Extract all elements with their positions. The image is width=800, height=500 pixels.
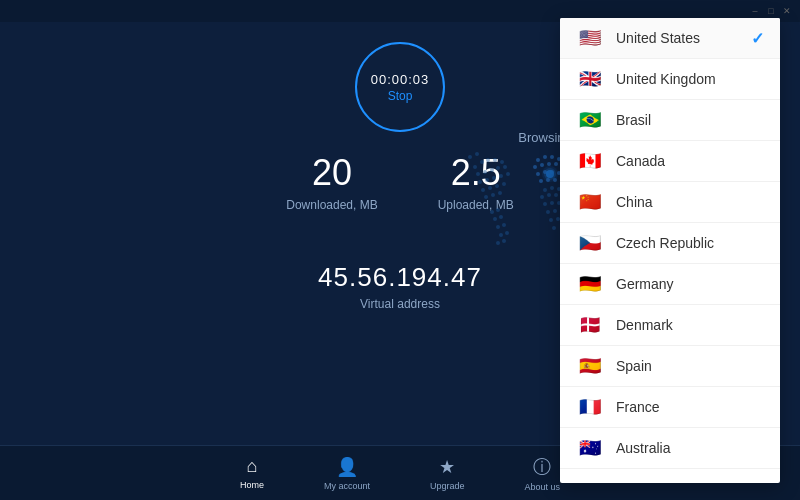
svg-point-51: [550, 186, 554, 190]
svg-point-35: [543, 155, 547, 159]
svg-point-27: [499, 215, 503, 219]
country-name-cn: China: [616, 194, 764, 210]
flag-cn: 🇨🇳: [576, 192, 604, 212]
svg-point-53: [540, 195, 544, 199]
svg-point-28: [496, 225, 500, 229]
svg-point-36: [550, 155, 554, 159]
country-item-gb[interactable]: 🇬🇧United Kingdom: [560, 59, 780, 100]
nav-account[interactable]: 👤 My account: [324, 456, 370, 491]
nav-upgrade[interactable]: ★ Upgrade: [430, 456, 465, 491]
svg-point-13: [499, 174, 503, 178]
svg-point-12: [492, 176, 496, 180]
stop-label: Stop: [388, 89, 413, 103]
svg-point-32: [496, 241, 500, 245]
svg-point-29: [502, 223, 506, 227]
country-item-dk[interactable]: 🇩🇰Denmark: [560, 305, 780, 346]
flag-fr: 🇫🇷: [576, 397, 604, 417]
svg-point-20: [491, 193, 495, 197]
country-name-ca: Canada: [616, 153, 764, 169]
minimize-button[interactable]: –: [750, 6, 760, 16]
download-value: 20: [312, 152, 352, 194]
svg-point-9: [503, 165, 507, 169]
svg-point-26: [493, 217, 497, 221]
nav-home-label: Home: [240, 480, 264, 490]
svg-point-23: [475, 152, 479, 156]
nav-about[interactable]: ⓘ About us: [525, 455, 561, 492]
flag-ca: 🇨🇦: [576, 151, 604, 171]
svg-point-117: [542, 166, 558, 182]
country-name-dk: Denmark: [616, 317, 764, 333]
svg-point-57: [543, 202, 547, 206]
flag-au: 🇦🇺: [576, 438, 604, 458]
country-name-us: United States: [616, 30, 739, 46]
timer-container: 00:00:03 Stop: [355, 42, 445, 132]
country-name-es: Spain: [616, 358, 764, 374]
country-name-br: Brasil: [616, 112, 764, 128]
svg-point-6: [483, 170, 487, 174]
upgrade-icon: ★: [439, 456, 455, 478]
country-name-de: Germany: [616, 276, 764, 292]
svg-point-33: [502, 239, 506, 243]
flag-cz: 🇨🇿: [576, 233, 604, 253]
country-item-br[interactable]: 🇧🇷Brasil: [560, 100, 780, 141]
svg-point-34: [536, 158, 540, 162]
svg-point-11: [485, 178, 489, 182]
svg-point-5: [476, 172, 480, 176]
svg-point-1: [480, 160, 484, 164]
svg-point-61: [553, 209, 557, 213]
svg-point-19: [484, 195, 488, 199]
svg-point-40: [547, 162, 551, 166]
svg-point-47: [539, 179, 543, 183]
country-item-fr[interactable]: 🇫🇷France: [560, 387, 780, 428]
svg-point-41: [554, 162, 558, 166]
selected-check-us: ✓: [751, 29, 764, 48]
about-icon: ⓘ: [533, 455, 551, 479]
country-item-ca[interactable]: 🇨🇦Canada: [560, 141, 780, 182]
country-name-fr: France: [616, 399, 764, 415]
svg-point-18: [502, 182, 506, 186]
close-button[interactable]: ✕: [782, 6, 792, 16]
country-item-us[interactable]: 🇺🇸United States✓: [560, 18, 780, 59]
nav-upgrade-label: Upgrade: [430, 481, 465, 491]
flag-es: 🇪🇸: [576, 356, 604, 376]
country-item-au[interactable]: 🇦🇺Australia: [560, 428, 780, 469]
maximize-button[interactable]: □: [766, 6, 776, 16]
svg-point-64: [552, 226, 556, 230]
svg-point-3: [493, 158, 497, 162]
country-dropdown: 🇺🇸United States✓🇬🇧United Kingdom🇧🇷Brasil…: [560, 18, 780, 483]
nav-home[interactable]: ⌂ Home: [240, 456, 264, 490]
svg-point-8: [496, 166, 500, 170]
svg-point-55: [554, 193, 558, 197]
svg-point-62: [549, 218, 553, 222]
country-item-de[interactable]: 🇩🇪Germany: [560, 264, 780, 305]
flag-de: 🇩🇪: [576, 274, 604, 294]
app-container: – □ ✕ 00:00:03 Stop 20 Downloaded, MB 2.…: [0, 0, 800, 500]
flag-br: 🇧🇷: [576, 110, 604, 130]
svg-point-38: [533, 165, 537, 169]
svg-point-7: [490, 168, 494, 172]
account-icon: 👤: [336, 456, 358, 478]
svg-point-24: [490, 210, 494, 214]
country-name-cz: Czech Republic: [616, 235, 764, 251]
download-label: Downloaded, MB: [286, 198, 377, 212]
svg-point-43: [536, 172, 540, 176]
country-item-cn[interactable]: 🇨🇳China: [560, 182, 780, 223]
virtual-address-label: Virtual address: [360, 297, 440, 311]
svg-point-17: [495, 184, 499, 188]
timer-display: 00:00:03: [371, 72, 430, 87]
stop-button[interactable]: 00:00:03 Stop: [355, 42, 445, 132]
country-item-cz[interactable]: 🇨🇿Czech Republic: [560, 223, 780, 264]
country-list[interactable]: 🇺🇸United States✓🇬🇧United Kingdom🇧🇷Brasil…: [560, 18, 780, 483]
svg-point-0: [473, 165, 477, 169]
window-controls: – □ ✕: [750, 6, 792, 16]
home-icon: ⌂: [247, 456, 258, 477]
svg-point-15: [481, 188, 485, 192]
country-name-au: Australia: [616, 440, 764, 456]
download-stat: 20 Downloaded, MB: [286, 152, 377, 212]
svg-point-58: [550, 201, 554, 205]
nav-about-label: About us: [525, 482, 561, 492]
svg-point-39: [540, 163, 544, 167]
svg-point-22: [468, 155, 472, 159]
svg-point-30: [499, 233, 503, 237]
country-item-es[interactable]: 🇪🇸Spain: [560, 346, 780, 387]
